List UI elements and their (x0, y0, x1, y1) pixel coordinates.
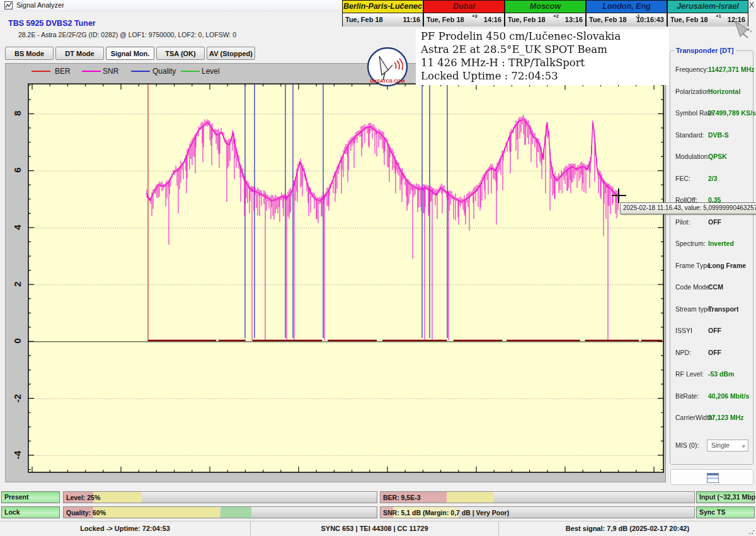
clock-time-row: Tue, Feb 18+314:16 (424, 13, 504, 26)
tp-value-15: 40,206 Mbit/s (708, 392, 749, 400)
legend-swatch-ber (32, 71, 50, 72)
legend-swatch-level (181, 71, 200, 72)
tuner-name: TBS 5925 DVBS2 Tuner (8, 19, 96, 28)
stream-list-button[interactable] (670, 469, 753, 485)
progress-segment (220, 507, 252, 518)
y-tick-label: 2 (12, 272, 23, 297)
status-bar: Locked -> Uptime: 72:04:53 SYNC 653 | TE… (0, 521, 756, 536)
tp-value-13: OFF (708, 349, 721, 356)
app-icon (4, 1, 13, 9)
clock-1: DubaiTue, Feb 18+314:16 (423, 0, 505, 26)
clock-time-row: Tue, Feb 1811:16 (343, 13, 423, 26)
clock-date: Tue, Feb 18 (427, 16, 464, 23)
satellite-dish-icon (729, 16, 755, 39)
clock-city: London, Eng (587, 1, 667, 13)
window-title: Signal Analyzer (16, 1, 64, 9)
clock-2: MoscowTue, Feb 18+213:16 (505, 0, 586, 26)
tuner-info: 28.2E - Astra 2E/2F/2G (ID: 0282) @ LOF1… (18, 31, 236, 38)
mis-value: Single (711, 441, 730, 449)
tab-tsa-ok-[interactable]: TSA (OK) (156, 47, 205, 60)
clock-city: Dubai (424, 1, 504, 13)
progress-label: SNR: 5,1 dB (Margin: 0,7 dB | Very Poor) (383, 508, 509, 518)
badge-present: Present (1, 491, 60, 503)
tp-value-9: Long Frame (708, 262, 746, 269)
signal-chart[interactable] (28, 83, 664, 473)
tp-label-15: BitRate: (675, 392, 699, 400)
progress-segment (93, 507, 220, 518)
list-icon (707, 473, 719, 483)
mis-label: MIS (0): (675, 441, 699, 449)
tab-signal-mon-[interactable]: Signal Mon. (106, 47, 154, 60)
badge-sync-ts: Sync TS (696, 506, 755, 518)
progress-label: BER: 9,5E-3 (383, 492, 421, 503)
tp-value-7: OFF (708, 218, 721, 226)
world-clock-strip: Berlin-Paris-LučenecTue, Feb 1811:16Duba… (342, 0, 749, 27)
y-tick-label: -2 (12, 386, 23, 411)
tp-value-2: 27499,789 KS/s (708, 109, 756, 117)
tp-value-0: 11427,371 MHz (708, 66, 755, 73)
clock-time: 11:16 (403, 16, 420, 23)
caption-overlay: PF Prodelin 450 cm/Lučenec-Slovakia Astr… (416, 29, 669, 85)
badge-lock: Lock (1, 506, 60, 518)
caption-line: Astra 2E at 28.5°E_UK SPOT Beam (421, 44, 668, 57)
badge-input-mbps-: Input (~32,31 Mbps) (696, 491, 755, 503)
clock-time: 13:16 (565, 16, 583, 23)
tp-value-5: 2/3 (708, 175, 718, 182)
tp-value-16: 37,123 MHz (708, 414, 744, 421)
y-tick-label: 0 (12, 329, 23, 354)
tp-label-14: RF Level: (675, 370, 704, 378)
legend-label-ber: BER (55, 67, 71, 76)
clock-utc-offset: +1 (716, 13, 721, 19)
tp-label-8: Spectrum: (675, 240, 706, 247)
value-tooltip: 2025-02-18 11.16.43, value: 5,0999999046… (620, 202, 756, 214)
clock-date: Tue, Feb 18 (670, 16, 708, 23)
chevron-down-icon: ▾ (742, 441, 745, 452)
status-best-signal: Best signal: 7,9 dB (2025-02-17 20:42) (499, 521, 756, 536)
clock-time: 14:16 (484, 16, 501, 23)
legend-label-snr: SNR (103, 67, 118, 76)
tp-label-9: Frame Type: (675, 262, 713, 269)
clock-time-row: Tue, Feb 18-110:16:43 (587, 13, 667, 26)
clock-city: Berlin-Paris-Lučenec (343, 1, 423, 13)
clock-0: Berlin-Paris-LučenecTue, Feb 1811:16 (342, 0, 423, 26)
crosshair-cursor (612, 195, 626, 196)
tab-bs-mode[interactable]: BS Mode (5, 47, 54, 60)
caption-line: 11 426 MHz-H : TRP/TalkSport (421, 57, 668, 70)
tp-label-5: FEC: (675, 175, 690, 182)
tp-label-1: Polarization: (675, 88, 712, 95)
tp-value-4: QPSK (708, 153, 727, 160)
tp-label-10: Code Mode: (675, 283, 711, 291)
tp-value-3: DVB-S (708, 131, 729, 139)
tp-value-10: CCM (708, 283, 723, 291)
legend-label-level: Level (202, 67, 220, 76)
tab-dt-mode[interactable]: DT Mode (55, 47, 104, 60)
resize-grip[interactable] (748, 528, 755, 535)
tab-av-stopped-[interactable]: AV (Stopped) (207, 47, 255, 60)
progress-quality: Quality: 60% (63, 506, 377, 518)
clock-utc-offset: +2 (553, 13, 559, 19)
tp-label-13: NPD: (675, 349, 691, 356)
progress-snr: SNR: 5,1 dB (Margin: 0,7 dB | Very Poor) (380, 506, 695, 518)
legend-swatch-quality (131, 71, 150, 72)
close-icon[interactable]: X (747, 1, 756, 9)
status-sync-counts: SYNC 653 | TEI 44308 | CC 11729 (251, 521, 499, 536)
clock-time-row: Tue, Feb 18+213:16 (505, 13, 585, 26)
clock-3: London, EngTue, Feb 18-110:16:43 (586, 0, 667, 26)
legend-swatch-snr (82, 71, 101, 72)
progress-segment (93, 492, 142, 503)
logo-text: DXSATCS.COM (370, 78, 405, 84)
tp-value-1: Horizontal (708, 88, 740, 95)
progress-level: Level: 25% (63, 491, 377, 503)
tp-value-8: Inverted (708, 240, 734, 247)
tp-value-14: -53 dBm (708, 370, 734, 378)
signal-analyzer-window: Signal Analyzer TBS 5925 DVBS2 Tuner 28.… (0, 0, 756, 536)
mis-dropdown[interactable]: Single ▾ (707, 440, 748, 452)
progress-ber: BER: 9,5E-3 (380, 491, 695, 503)
caption-line: Locked Uptime : 72:04:53 (421, 70, 668, 83)
y-tick-label: 4 (12, 215, 23, 240)
clock-date: Tue, Feb 18 (345, 16, 383, 23)
tp-label-12: ISSYI (675, 327, 692, 334)
progress-label: Quality: 60% (66, 508, 106, 518)
caption-line: PF Prodelin 450 cm/Lučenec-Slovakia (421, 30, 668, 44)
progress-label: Level: 25% (66, 492, 100, 503)
